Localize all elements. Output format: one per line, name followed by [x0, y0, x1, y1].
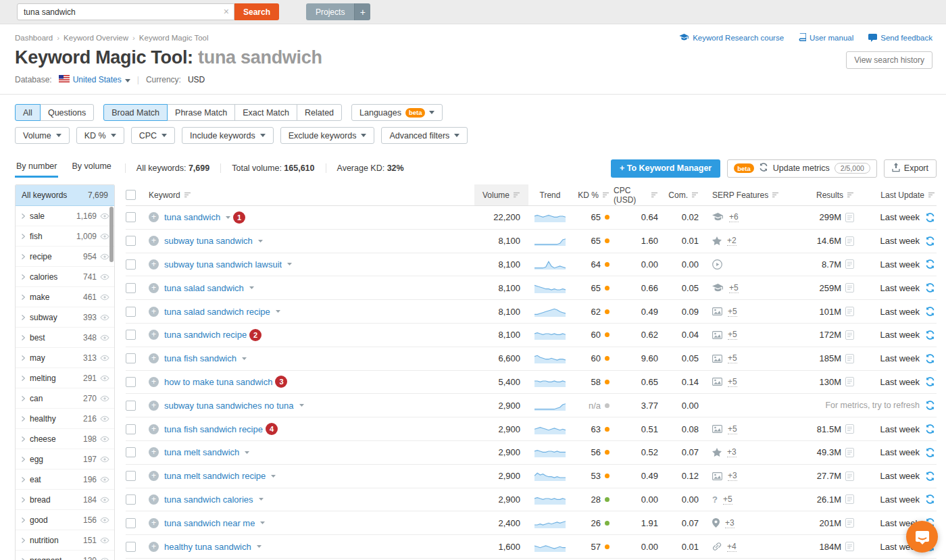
- add-keyword-icon[interactable]: +: [149, 283, 159, 293]
- row-checkbox[interactable]: [126, 307, 136, 317]
- keyword-link[interactable]: tuna fish sandwich recipe: [164, 424, 263, 434]
- serp-more-link[interactable]: +5: [729, 283, 739, 293]
- filter-volume[interactable]: Volume: [15, 127, 70, 144]
- filter-include-keywords[interactable]: Include keywords: [182, 127, 274, 144]
- sidebar-group-pregnant[interactable]: pregnant 130: [16, 551, 114, 560]
- row-checkbox[interactable]: [126, 236, 136, 246]
- sidebar-group-nutrition[interactable]: nutrition 151: [16, 530, 114, 551]
- match-tab-broad-match[interactable]: Broad Match: [103, 104, 168, 121]
- serp-more-link[interactable]: +6: [729, 212, 739, 222]
- keyword-caret-icon[interactable]: [299, 404, 304, 407]
- sidebar-group-recipe[interactable]: recipe 954: [16, 247, 114, 267]
- refresh-metrics-icon[interactable]: [925, 307, 935, 316]
- sidebar-group-melting[interactable]: melting 291: [16, 368, 114, 388]
- filter-cpc[interactable]: CPC: [131, 127, 175, 144]
- row-checkbox[interactable]: [126, 212, 136, 222]
- keyword-link[interactable]: tuna sandwich calories: [164, 494, 253, 505]
- keyword-link[interactable]: tuna fish sandwich: [164, 353, 236, 363]
- keyword-link[interactable]: tuna melt sandwich: [164, 447, 239, 457]
- row-checkbox[interactable]: [126, 494, 136, 505]
- sidebar-group-can[interactable]: can 270: [16, 388, 114, 409]
- sidebar-group-may[interactable]: may 313: [16, 348, 114, 368]
- sidebar-group-healthy[interactable]: healthy 216: [16, 409, 114, 429]
- refresh-metrics-icon[interactable]: [925, 283, 935, 292]
- keyword-link[interactable]: subway tuna sandwiches no tuna: [164, 401, 294, 411]
- serp-more-link[interactable]: +5: [728, 377, 737, 387]
- breadcrumb-item[interactable]: Keyword Magic Tool: [139, 34, 209, 42]
- header-link[interactable]: Send feedback: [868, 33, 932, 42]
- match-tab-questions[interactable]: Questions: [40, 104, 94, 121]
- header-link[interactable]: User manual: [799, 33, 853, 42]
- keyword-link[interactable]: healthy tuna sandwich: [164, 542, 251, 552]
- search-button[interactable]: Search: [234, 3, 279, 20]
- serp-more-link[interactable]: +5: [728, 424, 737, 434]
- add-keyword-icon[interactable]: +: [149, 542, 159, 552]
- add-keyword-icon[interactable]: +: [149, 353, 159, 363]
- sidebar-all-keywords[interactable]: All keywords 7,699: [16, 185, 114, 206]
- serp-more-link[interactable]: +4: [727, 542, 737, 552]
- row-checkbox[interactable]: [126, 330, 136, 340]
- keyword-caret-icon[interactable]: [271, 475, 276, 478]
- match-tab-phrase-match[interactable]: Phrase Match: [167, 104, 235, 121]
- clear-search-icon[interactable]: ×: [224, 6, 229, 17]
- serp-more-link[interactable]: +5: [723, 494, 732, 505]
- col-serp-features[interactable]: SERP Features: [712, 190, 779, 200]
- sidebar-group-eat[interactable]: eat 196: [16, 469, 114, 490]
- keyword-caret-icon[interactable]: [260, 521, 265, 524]
- add-keyword-icon[interactable]: +: [149, 212, 159, 222]
- serp-more-link[interactable]: +3: [727, 447, 737, 457]
- row-checkbox[interactable]: [126, 518, 136, 528]
- add-keyword-icon[interactable]: +: [149, 518, 159, 528]
- refresh-metrics-icon[interactable]: [925, 401, 935, 410]
- chat-widget-button[interactable]: [906, 521, 938, 553]
- keyword-caret-icon[interactable]: [287, 263, 292, 265]
- keyword-link[interactable]: subway tuna sandwich lawsuit: [164, 259, 282, 270]
- refresh-metrics-icon[interactable]: [925, 213, 935, 222]
- col-keyword[interactable]: Keyword: [149, 190, 191, 200]
- sidebar-group-make[interactable]: make 461: [16, 287, 114, 307]
- keyword-link[interactable]: tuna sandwich near me: [164, 518, 255, 528]
- breadcrumb-item[interactable]: Keyword Overview: [64, 34, 128, 42]
- keyword-link[interactable]: how to make tuna sandwich: [164, 377, 272, 387]
- match-tab-exact-match[interactable]: Exact Match: [234, 104, 297, 121]
- row-checkbox[interactable]: [126, 424, 136, 434]
- add-keyword-icon[interactable]: +: [149, 494, 159, 505]
- row-checkbox[interactable]: [126, 377, 136, 387]
- keyword-caret-icon[interactable]: [226, 216, 230, 219]
- row-checkbox[interactable]: [126, 401, 136, 411]
- refresh-metrics-icon[interactable]: [925, 424, 935, 434]
- add-keyword-icon[interactable]: +: [149, 447, 159, 457]
- sidebar-group-bread[interactable]: bread 184: [16, 490, 114, 510]
- keyword-link[interactable]: tuna melt sandwich recipe: [164, 471, 266, 481]
- col-last-update[interactable]: Last Update: [880, 190, 935, 200]
- sidebar-group-egg[interactable]: egg 197: [16, 449, 114, 469]
- sidebar-group-sale[interactable]: sale 1,169: [16, 206, 114, 226]
- view-tab-by-number[interactable]: By number: [15, 159, 58, 178]
- serp-more-link[interactable]: +5: [728, 330, 737, 340]
- to-keyword-manager-button[interactable]: + To Keyword Manager: [611, 159, 720, 178]
- serp-more-link[interactable]: +2: [727, 236, 737, 246]
- row-checkbox[interactable]: [126, 542, 136, 552]
- keyword-caret-icon[interactable]: [259, 498, 264, 501]
- col-results[interactable]: Results: [816, 190, 854, 200]
- languages-tab[interactable]: Languages beta: [351, 104, 443, 121]
- sidebar-group-calories[interactable]: calories 741: [16, 267, 114, 287]
- filter-advanced-filters[interactable]: Advanced filters: [381, 127, 468, 144]
- col-cpc[interactable]: CPC (USD): [614, 186, 658, 205]
- add-keyword-icon[interactable]: +: [149, 471, 159, 481]
- add-keyword-icon[interactable]: +: [149, 330, 159, 340]
- add-keyword-icon[interactable]: +: [149, 424, 159, 434]
- refresh-metrics-icon[interactable]: [925, 448, 935, 457]
- add-keyword-icon[interactable]: +: [149, 377, 159, 387]
- keyword-link[interactable]: tuna salad sandwich: [164, 283, 244, 293]
- col-kd[interactable]: KD %: [578, 190, 609, 200]
- sidebar-group-good[interactable]: good 156: [16, 510, 114, 530]
- sidebar-group-subway[interactable]: subway 393: [16, 307, 114, 328]
- select-all-checkbox[interactable]: [126, 190, 136, 200]
- keyword-link[interactable]: tuna sandwich recipe: [164, 330, 247, 340]
- keyword-caret-icon[interactable]: [276, 310, 280, 313]
- keyword-link[interactable]: tuna sandwich: [164, 212, 220, 222]
- keyword-link[interactable]: tuna salad sandwich recipe: [164, 307, 270, 317]
- refresh-metrics-icon[interactable]: [925, 472, 935, 481]
- refresh-metrics-icon[interactable]: [925, 354, 935, 363]
